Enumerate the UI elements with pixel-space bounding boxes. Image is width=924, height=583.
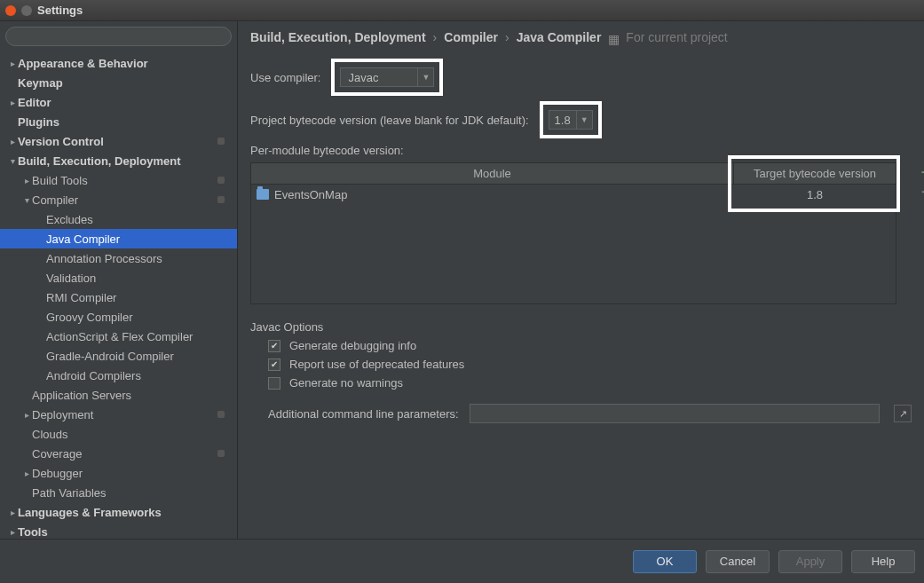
sidebar-item-path-variables[interactable]: Path Variables bbox=[0, 483, 237, 502]
chevron-right-icon: ▸ bbox=[21, 410, 32, 420]
module-icon bbox=[257, 189, 269, 200]
project-scope-icon bbox=[217, 450, 225, 457]
ok-button[interactable]: OK bbox=[633, 550, 697, 573]
sidebar-item-clouds[interactable]: Clouds bbox=[0, 424, 237, 444]
crumb-java-compiler[interactable]: Java Compiler bbox=[517, 30, 602, 44]
help-button[interactable]: Help bbox=[851, 550, 915, 573]
col-module: Module bbox=[251, 163, 734, 184]
chevron-right-icon: ▸ bbox=[21, 176, 32, 185]
remove-button[interactable]: − bbox=[917, 184, 924, 200]
sidebar-item-label: Annotation Processors bbox=[46, 252, 230, 265]
checkbox-report-deprecated[interactable]: ✔ bbox=[268, 358, 280, 371]
search-input[interactable] bbox=[5, 27, 232, 46]
highlight-bytecode: 1.8 ▼ bbox=[540, 101, 602, 138]
sidebar-item-label: Plugins bbox=[18, 115, 230, 129]
sidebar-item-label: Android Compilers bbox=[46, 369, 230, 382]
checkbox-generate-no-warnings[interactable] bbox=[268, 377, 280, 390]
main-content: 🔍 ▸Appearance & BehaviorKeymap▸EditorPlu… bbox=[0, 21, 924, 539]
chevron-right-icon: › bbox=[505, 30, 509, 44]
titlebar: Settings bbox=[0, 0, 924, 21]
sidebar-item-label: Gradle-Android Compiler bbox=[46, 350, 230, 363]
chevron-right-icon: › bbox=[433, 30, 438, 44]
sidebar-item-keymap[interactable]: Keymap bbox=[0, 73, 237, 92]
sidebar-item-tools[interactable]: ▸Tools bbox=[0, 522, 237, 539]
crumb-build[interactable]: Build, Execution, Deployment bbox=[250, 30, 426, 44]
sidebar-item-application-servers[interactable]: Application Servers bbox=[0, 385, 237, 405]
sidebar-item-label: Debugger bbox=[32, 467, 230, 480]
compiler-dropdown[interactable]: Javac ▼ bbox=[340, 67, 434, 87]
close-icon[interactable] bbox=[5, 5, 16, 16]
breadcrumb-note: For current project bbox=[626, 30, 727, 44]
sidebar-item-validation[interactable]: Validation bbox=[0, 268, 237, 288]
sidebar-item-excludes[interactable]: Excludes bbox=[0, 209, 237, 229]
expand-icon[interactable]: ↗ bbox=[894, 405, 912, 422]
chevron-right-icon: ▸ bbox=[7, 59, 18, 68]
apply-button[interactable]: Apply bbox=[778, 550, 842, 573]
project-bytecode-value: 1.8 bbox=[549, 114, 576, 127]
sidebar-item-label: Validation bbox=[46, 272, 230, 285]
check-generate-no-warnings-row[interactable]: Generate no warnings bbox=[250, 376, 912, 390]
sidebar-item-version-control[interactable]: ▸Version Control bbox=[0, 131, 237, 151]
sidebar-item-languages-frameworks[interactable]: ▸Languages & Frameworks bbox=[0, 502, 237, 522]
chevron-right-icon: ▸ bbox=[7, 137, 18, 146]
sidebar-item-actionscript-flex-compiler[interactable]: ActionScript & Flex Compiler bbox=[0, 327, 237, 346]
sidebar-item-label: Application Servers bbox=[32, 389, 230, 402]
table-side-buttons: + − bbox=[917, 164, 924, 200]
module-table[interactable]: Module Target bytecode version EventsOnM… bbox=[250, 162, 896, 304]
minimize-icon[interactable] bbox=[21, 5, 32, 16]
sidebar-item-build-execution-deployment[interactable]: ▾Build, Execution, Deployment bbox=[0, 151, 237, 170]
sidebar-item-debugger[interactable]: ▸Debugger bbox=[0, 463, 237, 483]
project-scope-icon bbox=[217, 177, 225, 184]
sidebar-item-label: Tools bbox=[18, 525, 230, 539]
sidebar-item-build-tools[interactable]: ▸Build Tools bbox=[0, 170, 237, 190]
settings-main-panel: Build, Execution, Deployment › Compiler … bbox=[238, 21, 924, 539]
chevron-right-icon: ▸ bbox=[7, 527, 18, 537]
additional-params-input[interactable] bbox=[470, 404, 880, 423]
sidebar-item-label: Groovy Compiler bbox=[46, 311, 230, 324]
project-bytecode-dropdown[interactable]: 1.8 ▼ bbox=[549, 110, 593, 130]
sidebar-item-label: Excludes bbox=[46, 213, 230, 226]
sidebar-item-java-compiler[interactable]: Java Compiler bbox=[0, 229, 237, 248]
label-generate-no-warnings: Generate no warnings bbox=[289, 376, 403, 390]
table-row[interactable]: EventsOnMap 1.8 bbox=[251, 185, 896, 204]
sidebar-item-groovy-compiler[interactable]: Groovy Compiler bbox=[0, 307, 237, 327]
form-area: Use compiler: Javac ▼ Project bytecode v… bbox=[238, 50, 924, 539]
check-report-deprecated-row[interactable]: ✔ Report use of deprecated features bbox=[250, 358, 912, 371]
col-target: Target bytecode version bbox=[734, 163, 896, 184]
settings-tree[interactable]: ▸Appearance & BehaviorKeymap▸EditorPlugi… bbox=[0, 50, 237, 539]
module-target: 1.8 bbox=[734, 186, 896, 203]
module-table-wrap: Module Target bytecode version EventsOnM… bbox=[250, 162, 912, 304]
label-generate-debugging: Generate debugging info bbox=[289, 339, 416, 352]
checkbox-generate-debugging[interactable]: ✔ bbox=[268, 340, 280, 352]
chevron-right-icon: ▸ bbox=[7, 98, 18, 107]
sidebar-item-plugins[interactable]: Plugins bbox=[0, 112, 237, 131]
sidebar-item-gradle-android-compiler[interactable]: Gradle-Android Compiler bbox=[0, 346, 237, 366]
cancel-button[interactable]: Cancel bbox=[706, 550, 770, 573]
sidebar-item-label: Compiler bbox=[32, 193, 217, 207]
sidebar-item-label: Java Compiler bbox=[46, 232, 230, 246]
label-use-compiler: Use compiler: bbox=[250, 71, 320, 84]
sidebar-item-annotation-processors[interactable]: Annotation Processors bbox=[0, 248, 237, 268]
sidebar-item-editor[interactable]: ▸Editor bbox=[0, 92, 237, 112]
crumb-compiler[interactable]: Compiler bbox=[444, 30, 498, 44]
sidebar-item-label: Build, Execution, Deployment bbox=[18, 154, 230, 168]
sidebar-item-label: Editor bbox=[18, 96, 230, 109]
sidebar-item-rmi-compiler[interactable]: RMI Compiler bbox=[0, 288, 237, 307]
check-generate-debugging-row[interactable]: ✔ Generate debugging info bbox=[250, 339, 912, 352]
project-scope-icon: ▦ bbox=[608, 32, 619, 43]
sidebar-item-appearance-behavior[interactable]: ▸Appearance & Behavior bbox=[0, 53, 237, 73]
sidebar-item-deployment[interactable]: ▸Deployment bbox=[0, 405, 237, 424]
section-javac-options: Javac Options bbox=[250, 320, 912, 334]
compiler-value: Javac bbox=[341, 71, 417, 84]
sidebar-item-android-compilers[interactable]: Android Compilers bbox=[0, 366, 237, 385]
sidebar-item-compiler[interactable]: ▾Compiler bbox=[0, 190, 237, 209]
label-per-module: Per-module bytecode version: bbox=[250, 144, 404, 157]
highlight-compiler: Javac ▼ bbox=[331, 59, 443, 96]
chevron-right-icon: ▸ bbox=[7, 508, 18, 517]
project-scope-icon bbox=[217, 138, 225, 145]
window-title: Settings bbox=[37, 4, 83, 17]
sidebar-item-label: Clouds bbox=[32, 428, 230, 441]
add-button[interactable]: + bbox=[917, 164, 924, 180]
sidebar-item-label: RMI Compiler bbox=[46, 291, 230, 304]
sidebar-item-coverage[interactable]: Coverage bbox=[0, 444, 237, 463]
